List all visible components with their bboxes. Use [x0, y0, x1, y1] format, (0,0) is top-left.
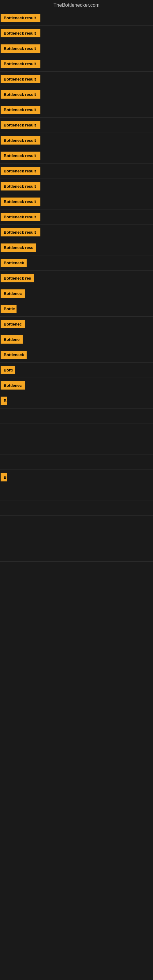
bottleneck-row-8: Bottleneck result [0, 118, 153, 133]
bottleneck-bar-3[interactable]: Bottleneck result [1, 45, 40, 52]
bottleneck-bar-21[interactable]: Bottlenec [1, 320, 25, 328]
bottleneck-row-18: Bottleneck res [0, 271, 153, 286]
bottleneck-row-21: Bottlenec [0, 317, 153, 332]
bottleneck-bar-31[interactable]: B [1, 473, 7, 481]
bottleneck-bar-6[interactable]: Bottleneck result [1, 90, 40, 99]
bottleneck-row-7: Bottleneck result [0, 102, 153, 118]
site-title-text: TheBottlenecker.com [54, 2, 99, 8]
bottleneck-row-25: Bottlenec [0, 378, 153, 393]
bottleneck-bar-26[interactable]: B [1, 396, 7, 405]
bottleneck-row-14: Bottleneck result [0, 210, 153, 225]
bottleneck-row-16: Bottleneck resu [0, 240, 153, 255]
bottleneck-row-30 [0, 455, 153, 470]
bottleneck-row-15: Bottleneck result [0, 225, 153, 240]
bottleneck-row-1: Bottleneck result [0, 10, 153, 26]
bottleneck-bar-25[interactable]: Bottlenec [1, 381, 25, 390]
bottleneck-bar-20[interactable]: Bottle [1, 305, 16, 313]
bottleneck-row-24: Bottl [0, 363, 153, 378]
bottleneck-row-12: Bottleneck result [0, 179, 153, 194]
bottleneck-row-10: Bottleneck result [0, 148, 153, 164]
bottleneck-row-23: Bottleneck [0, 347, 153, 363]
bottleneck-row-38 [0, 577, 153, 592]
bottleneck-row-11: Bottleneck result [0, 164, 153, 179]
bottleneck-bar-8[interactable]: Bottleneck result [1, 121, 40, 129]
bottleneck-row-19: Bottlenec [0, 286, 153, 301]
bottleneck-row-26: B [0, 393, 153, 409]
bottleneck-row-35 [0, 531, 153, 546]
bottleneck-row-32 [0, 485, 153, 500]
bottleneck-row-33 [0, 500, 153, 516]
bottleneck-bar-12[interactable]: Bottleneck result [1, 182, 40, 191]
bottleneck-row-36 [0, 546, 153, 562]
bottleneck-row-37 [0, 562, 153, 577]
bottleneck-row-22: Bottlene [0, 332, 153, 347]
bottleneck-row-6: Bottleneck result [0, 87, 153, 102]
site-title: TheBottlenecker.com [0, 0, 153, 10]
bottleneck-row-5: Bottleneck result [0, 72, 153, 87]
bottleneck-row-27 [0, 409, 153, 424]
bottleneck-bar-14[interactable]: Bottleneck result [1, 213, 40, 221]
bottleneck-bar-22[interactable]: Bottlene [1, 335, 22, 344]
bottleneck-bar-23[interactable]: Bottleneck [1, 351, 27, 359]
bottleneck-row-20: Bottle [0, 301, 153, 317]
bottleneck-row-29 [0, 439, 153, 455]
bottleneck-row-2: Bottleneck result [0, 26, 153, 41]
bottleneck-row-31: B [0, 470, 153, 485]
bottleneck-row-9: Bottleneck result [0, 133, 153, 148]
bottleneck-bar-16[interactable]: Bottleneck resu [1, 243, 36, 252]
bottleneck-bar-10[interactable]: Bottleneck result [1, 151, 40, 160]
bottleneck-row-4: Bottleneck result [0, 56, 153, 72]
bottleneck-row-13: Bottleneck result [0, 194, 153, 210]
bottleneck-bar-15[interactable]: Bottleneck result [1, 228, 40, 236]
bottleneck-bar-2[interactable]: Bottleneck result [1, 29, 40, 37]
bottleneck-bar-19[interactable]: Bottlenec [1, 290, 25, 298]
bottleneck-row-28 [0, 424, 153, 439]
bottleneck-row-34 [0, 516, 153, 531]
bottleneck-bar-5[interactable]: Bottleneck result [1, 75, 40, 83]
bottleneck-bar-18[interactable]: Bottleneck res [1, 274, 33, 282]
bottleneck-bar-13[interactable]: Bottleneck result [1, 197, 40, 206]
bottleneck-bar-11[interactable]: Bottleneck result [1, 167, 40, 175]
bottleneck-bar-24[interactable]: Bottl [1, 366, 15, 374]
bottleneck-bar-9[interactable]: Bottleneck result [1, 136, 40, 145]
bottleneck-bar-4[interactable]: Bottleneck result [1, 60, 40, 68]
bottleneck-bar-17[interactable]: Bottleneck [1, 259, 27, 267]
bottleneck-bar-1[interactable]: Bottleneck result [1, 14, 40, 22]
bottleneck-bar-7[interactable]: Bottleneck result [1, 106, 40, 114]
bottleneck-row-17: Bottleneck [0, 255, 153, 271]
bottleneck-row-3: Bottleneck result [0, 41, 153, 56]
